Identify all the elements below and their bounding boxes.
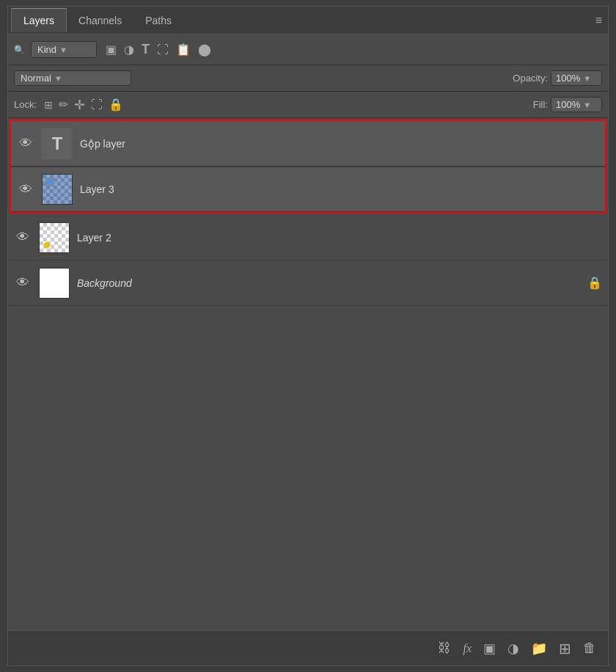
kind-label: Kind <box>37 44 56 55</box>
adjustment-layer-icon[interactable]: ◑ <box>507 640 519 657</box>
visibility-icon[interactable]: 👁 <box>17 182 34 197</box>
adjustment-filter-icon[interactable]: ◑ <box>124 43 134 56</box>
opacity-dropdown[interactable]: 100% ▼ <box>551 70 602 86</box>
tab-layers[interactable]: Layers <box>11 8 67 32</box>
panel-menu-icon[interactable]: ≡ <box>595 14 602 27</box>
type-filter-icon[interactable]: T <box>142 42 150 57</box>
visibility-icon[interactable]: 👁 <box>14 275 32 291</box>
lock-position-icon[interactable]: ✛ <box>74 97 85 113</box>
layers-list: 👁 T Gộp layer 👁 Layer 3 👁 <box>8 118 608 630</box>
layers-panel: Layers Channels Paths ≡ 🔍 Kind ▼ ▣ ◑ T ⛶… <box>7 6 609 666</box>
tab-bar: Layers Channels Paths ≡ <box>8 7 608 34</box>
blend-mode-dropdown[interactable]: Normal ▼ <box>14 70 131 86</box>
kind-dropdown[interactable]: Kind ▼ <box>31 41 97 58</box>
fill-chevron: ▼ <box>583 101 591 109</box>
fill-group: Fill: 100% ▼ <box>533 97 602 112</box>
layer-name: Gộp layer <box>80 138 125 150</box>
lock-pixels-icon[interactable]: ⊞ <box>44 99 53 111</box>
smart-filter-icon[interactable]: 📋 <box>176 43 191 56</box>
new-layer-icon[interactable]: ⊞ <box>559 640 571 657</box>
blend-row: Normal ▼ Opacity: 100% ▼ <box>8 65 608 92</box>
fill-label: Fill: <box>533 99 548 110</box>
layer-thumbnail <box>39 222 70 253</box>
tab-paths[interactable]: Paths <box>133 9 183 32</box>
blend-mode-value: Normal <box>21 73 51 84</box>
layer-name: Background <box>77 277 132 289</box>
add-mask-icon[interactable]: ▣ <box>483 640 496 657</box>
lock-label: Lock: <box>14 99 37 110</box>
lock-icons: ⊞ ✏ ✛ ⛶ 🔒 <box>44 97 123 113</box>
selected-layers-group: 👁 T Gộp layer 👁 Layer 3 <box>10 120 606 213</box>
layer-thumbnail <box>42 174 73 205</box>
kind-chevron: ▼ <box>59 45 67 54</box>
layer-name: Layer 3 <box>80 183 114 195</box>
layer-name: Layer 2 <box>77 232 111 244</box>
circle-filter-icon[interactable]: ⬤ <box>198 43 211 56</box>
shape-filter-icon[interactable]: ⛶ <box>157 43 169 56</box>
opacity-group: Opacity: 100% ▼ <box>513 70 602 86</box>
lock-artboard-icon[interactable]: ⛶ <box>91 98 103 112</box>
layer-lock-icon: 🔒 <box>587 276 602 290</box>
visibility-icon[interactable]: 👁 <box>14 230 32 245</box>
lock-all-icon[interactable]: 🔒 <box>109 98 123 112</box>
new-group-icon[interactable]: 📁 <box>531 640 547 657</box>
search-icon: 🔍 <box>14 45 25 55</box>
lock-row: Lock: ⊞ ✏ ✛ ⛶ 🔒 Fill: 100% ▼ <box>8 92 608 118</box>
fill-dropdown[interactable]: 100% ▼ <box>551 97 602 112</box>
layer-row[interactable]: 👁 Background 🔒 <box>8 260 608 306</box>
opacity-value: 100% <box>556 73 580 84</box>
filter-bar: 🔍 Kind ▼ ▣ ◑ T ⛶ 📋 ⬤ <box>8 34 608 65</box>
link-layers-icon[interactable]: ⛓ <box>438 640 451 656</box>
layer-thumbnail <box>39 268 70 299</box>
opacity-chevron: ▼ <box>583 74 591 83</box>
blend-chevron: ▼ <box>54 74 62 83</box>
tab-channels[interactable]: Channels <box>67 9 133 32</box>
delete-layer-icon[interactable]: 🗑 <box>583 640 596 656</box>
lock-image-icon[interactable]: ✏ <box>59 98 68 112</box>
layer-row[interactable]: 👁 Layer 2 <box>8 215 608 260</box>
text-type-icon: T <box>52 134 63 154</box>
layer-thumbnail: T <box>42 128 73 159</box>
filter-icons-row: ▣ ◑ T ⛶ 📋 ⬤ <box>106 42 211 57</box>
fx-icon[interactable]: fx <box>463 642 472 655</box>
fill-value: 100% <box>556 99 580 110</box>
layer-row[interactable]: 👁 Layer 3 <box>11 167 605 212</box>
layer-row[interactable]: 👁 T Gộp layer <box>11 121 605 167</box>
opacity-label: Opacity: <box>513 73 548 84</box>
visibility-icon[interactable]: 👁 <box>17 136 34 151</box>
bottom-toolbar: ⛓ fx ▣ ◑ 📁 ⊞ 🗑 <box>8 630 608 665</box>
image-filter-icon[interactable]: ▣ <box>106 43 117 56</box>
